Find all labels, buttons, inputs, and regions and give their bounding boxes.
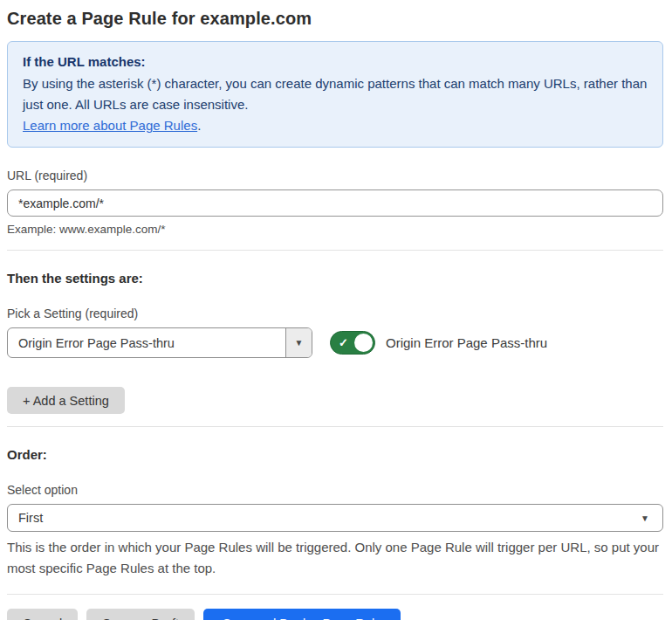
setting-toggle[interactable]: ✓ bbox=[330, 331, 375, 355]
setting-toggle-label: Origin Error Page Pass-thru bbox=[386, 335, 547, 350]
order-select-label: Select option bbox=[7, 483, 663, 497]
chevron-down-icon: ▼ bbox=[641, 513, 652, 523]
divider bbox=[7, 250, 663, 251]
chevron-down-icon: ▼ bbox=[295, 338, 304, 348]
setting-select-value: Origin Error Page Pass-thru bbox=[8, 328, 285, 357]
learn-more-link[interactable]: Learn more about Page Rules bbox=[23, 118, 197, 133]
check-icon: ✓ bbox=[339, 337, 348, 348]
order-select-wrap: First ▼ bbox=[7, 504, 663, 532]
save-as-draft-button[interactable]: Save as Draft bbox=[86, 609, 195, 620]
url-field-section: URL (required) Example: www.example.com/… bbox=[7, 169, 663, 236]
add-setting-button[interactable]: + Add a Setting bbox=[7, 387, 125, 414]
link-suffix: . bbox=[197, 118, 201, 133]
url-match-info-box: If the URL matches: By using the asteris… bbox=[7, 41, 663, 148]
order-section-heading: Order: bbox=[7, 447, 663, 462]
order-select-value: First bbox=[18, 511, 43, 525]
footer-actions: Cancel Save as Draft Save and Deploy Pag… bbox=[7, 609, 663, 620]
pick-setting-label: Pick a Setting (required) bbox=[7, 307, 663, 320]
url-input[interactable] bbox=[7, 189, 663, 217]
info-box-heading: If the URL matches: bbox=[23, 52, 648, 72]
divider bbox=[7, 594, 663, 595]
cancel-button[interactable]: Cancel bbox=[7, 609, 78, 620]
create-page-rule-panel: Create a Page Rule for example.com If th… bbox=[0, 0, 672, 620]
setting-select-arrow-button[interactable]: ▼ bbox=[285, 328, 312, 357]
order-helper-text: This is the order in which your Page Rul… bbox=[7, 537, 663, 579]
settings-section-heading: Then the settings are: bbox=[7, 271, 663, 286]
save-and-deploy-button[interactable]: Save and Deploy Page Rule bbox=[203, 609, 401, 620]
setting-row: Origin Error Page Pass-thru ▼ ✓ Origin E… bbox=[7, 327, 663, 358]
info-box-body: By using the asterisk (*) character, you… bbox=[23, 73, 648, 115]
page-title: Create a Page Rule for example.com bbox=[7, 9, 663, 29]
url-field-helper: Example: www.example.com/* bbox=[7, 223, 663, 236]
url-field-label: URL (required) bbox=[7, 169, 663, 183]
info-box-link-line: Learn more about Page Rules. bbox=[23, 115, 648, 136]
toggle-knob bbox=[354, 334, 373, 352]
setting-select[interactable]: Origin Error Page Pass-thru ▼ bbox=[7, 327, 312, 358]
order-select[interactable]: First ▼ bbox=[7, 504, 663, 532]
divider bbox=[7, 426, 663, 427]
